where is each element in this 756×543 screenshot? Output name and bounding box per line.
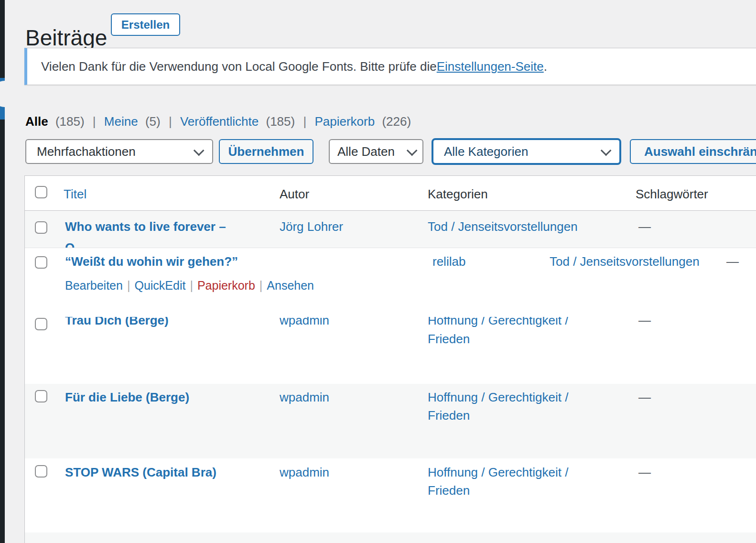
limit-selection-button[interactable]: Auswahl einschränk: [630, 139, 756, 164]
page-title: Beiträge: [25, 25, 107, 50]
filter-separator: |: [88, 114, 101, 129]
column-header-author: Autor: [280, 186, 309, 202]
author-link[interactable]: relilab: [432, 254, 465, 269]
dates-filter-value: Alle Daten: [337, 144, 400, 159]
filter-separator: |: [298, 114, 311, 129]
post-title-link[interactable]: Who wants to live forever –: [65, 219, 226, 234]
table-row: Trau Dich (Berge) wpadmin Hoffnung / Ger…: [25, 317, 756, 384]
categories-filter-select[interactable]: Alle Kategorien: [432, 138, 621, 165]
bulk-actions-value: Mehrfachaktionen: [37, 144, 187, 159]
categories-links[interactable]: Hoffnung / Gerechtigkeit /: [428, 390, 568, 405]
column-header-title[interactable]: Titel: [64, 186, 86, 202]
table-row: Für die Liebe (Berge) wpadmin Hoffnung /…: [25, 384, 756, 458]
categories-links-line2[interactable]: Frieden: [428, 483, 470, 498]
tags-dash: —: [638, 465, 651, 480]
chevron-down-icon: [601, 145, 612, 156]
row-checkbox[interactable]: [35, 256, 47, 269]
filter-all-count: (185): [52, 114, 85, 129]
filter-trash[interactable]: Papierkorb: [314, 114, 375, 129]
view-link[interactable]: Ansehen: [267, 279, 314, 292]
chevron-down-icon: [194, 145, 205, 156]
author-link[interactable]: wpadmin: [280, 317, 329, 328]
column-header-categories: Kategorien: [428, 186, 488, 202]
menu-fold-notch: [0, 81, 18, 107]
action-separator: |: [255, 279, 267, 292]
action-separator: |: [185, 279, 197, 292]
filter-mine-count: (5): [141, 114, 161, 129]
categories-links-line2[interactable]: Frieden: [428, 408, 470, 423]
table-row: Who wants to live forever – Q Jörg Lohre…: [25, 211, 756, 248]
table-row-hovered: “Weißt du wohin wir gehen?” relilab Tod …: [25, 248, 756, 317]
select-all-checkbox[interactable]: [35, 186, 47, 198]
post-title-link[interactable]: Trau Dich (Berge): [65, 317, 169, 328]
apply-button[interactable]: Übernehmen: [219, 139, 313, 164]
create-post-button[interactable]: Erstellen: [111, 13, 180, 36]
plugin-notice: Vielen Dank für die Verwendung von Local…: [24, 48, 756, 85]
table-header-row: Titel Autor Kategorien Schlagwörter: [25, 176, 756, 211]
tags-dash: —: [638, 390, 651, 405]
filter-all[interactable]: Alle: [25, 114, 48, 129]
filter-trash-count: (226): [378, 114, 411, 129]
filter-mine[interactable]: Meine: [104, 114, 138, 129]
posts-table: Titel Autor Kategorien Schlagwörter Who …: [24, 175, 756, 543]
notice-text: Vielen Dank für die Verwendung von Local…: [41, 59, 437, 74]
categories-links[interactable]: Tod / Jenseitsvorstellungen: [428, 219, 578, 234]
tags-dash: —: [638, 317, 651, 328]
row-checkbox[interactable]: [35, 318, 47, 330]
edit-link[interactable]: Bearbeiten: [65, 279, 123, 292]
filter-published[interactable]: Veröffentlichte: [180, 114, 259, 129]
table-row-partial: [25, 532, 756, 543]
post-title-line2[interactable]: Q: [65, 240, 75, 248]
row-checkbox[interactable]: [35, 390, 47, 402]
settings-page-link[interactable]: Einstellungen-Seite: [437, 59, 544, 74]
row-actions: Bearbeiten|QuickEdit|Papierkorb|Ansehen: [65, 278, 314, 293]
bulk-actions-select[interactable]: Mehrfachaktionen: [25, 139, 213, 164]
tags-dash: —: [726, 254, 739, 269]
row-checkbox[interactable]: [35, 221, 47, 234]
action-separator: |: [123, 279, 135, 292]
tags-dash: —: [638, 219, 651, 234]
author-link[interactable]: wpadmin: [280, 390, 329, 405]
quickedit-link[interactable]: QuickEdit: [134, 279, 185, 292]
column-header-tags: Schlagwörter: [636, 186, 708, 202]
categories-links[interactable]: Hoffnung / Gerechtigkeit /: [428, 465, 568, 480]
author-link[interactable]: wpadmin: [280, 465, 329, 480]
table-row: STOP WARS (Capital Bra) wpadmin Hoffnung…: [25, 458, 756, 532]
categories-filter-value: Alle Kategorien: [444, 144, 594, 159]
categories-links[interactable]: Hoffnung / Gerechtigkeit /: [428, 317, 568, 328]
filter-published-count: (185): [262, 114, 295, 129]
author-link[interactable]: Jörg Lohrer: [280, 219, 343, 234]
row-checkbox[interactable]: [35, 465, 47, 478]
post-title-link[interactable]: Für die Liebe (Berge): [65, 390, 189, 405]
chevron-down-icon: [407, 145, 418, 156]
status-filters: Alle (185) | Meine (5) | Veröffentlichte…: [25, 114, 411, 129]
categories-links[interactable]: Tod / Jenseitsvorstellungen: [550, 254, 700, 269]
filter-separator: |: [164, 114, 177, 129]
categories-links-line2[interactable]: Frieden: [428, 331, 470, 347]
post-title-link[interactable]: “Weißt du wohin wir gehen?”: [65, 254, 238, 269]
dates-filter-select[interactable]: Alle Daten: [329, 139, 423, 164]
notice-suffix: .: [544, 59, 547, 74]
post-title-link[interactable]: STOP WARS (Capital Bra): [65, 465, 216, 480]
trash-link[interactable]: Papierkorb: [197, 279, 255, 292]
